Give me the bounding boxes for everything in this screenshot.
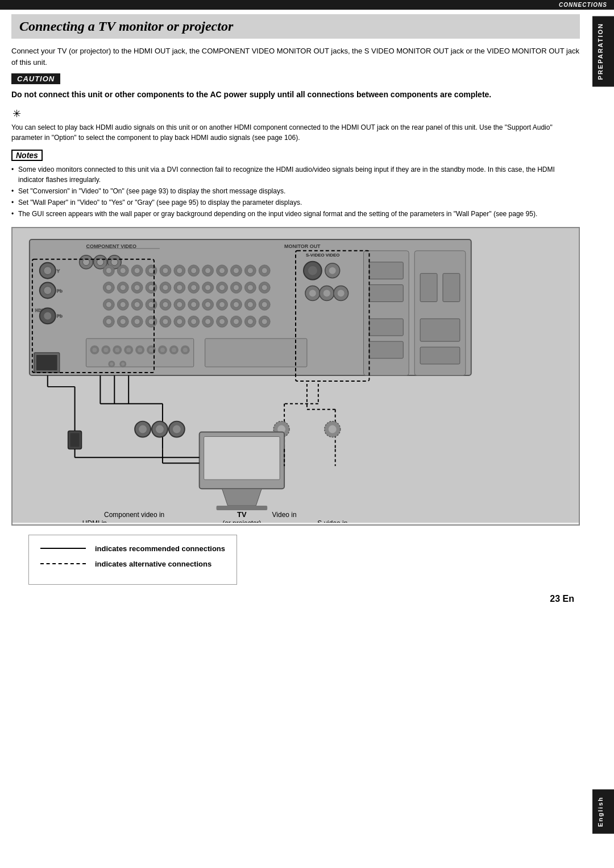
intro-paragraph: Connect your TV (or projector) to the HD… <box>11 46 580 68</box>
svg-marker-195 <box>222 489 262 506</box>
svg-point-110 <box>219 319 225 324</box>
svg-point-112 <box>233 319 239 324</box>
svg-point-88 <box>233 301 239 307</box>
svg-point-15 <box>44 287 52 295</box>
svg-point-148 <box>126 348 131 352</box>
svg-point-40 <box>233 268 239 274</box>
svg-point-80 <box>177 301 182 307</box>
diagram-container: COMPONENT VIDEO MONITOR OUT Y <box>11 227 580 526</box>
svg-point-86 <box>219 301 225 307</box>
svg-point-52 <box>148 285 154 291</box>
svg-point-146 <box>115 348 119 352</box>
connection-diagram: COMPONENT VIDEO MONITOR OUT Y <box>13 228 579 523</box>
svg-point-92 <box>262 301 267 307</box>
svg-rect-133 <box>369 319 403 336</box>
tip-paragraph: You can select to play back HDMI audio s… <box>11 122 580 143</box>
svg-rect-138 <box>420 347 460 364</box>
svg-point-162 <box>121 362 125 366</box>
svg-point-30 <box>163 268 168 274</box>
solid-legend-label: indicates recommended connections <box>95 544 225 553</box>
svg-point-50 <box>134 285 140 291</box>
svg-text:TV: TV <box>237 510 247 519</box>
svg-point-74 <box>134 301 140 307</box>
svg-text:HDMI in: HDMI in <box>82 519 107 523</box>
svg-point-96 <box>120 319 126 324</box>
dashed-legend-label: indicates alternative connections <box>95 560 211 568</box>
caution-text: Do not connect this unit or other compon… <box>11 89 580 101</box>
svg-point-58 <box>191 285 197 291</box>
svg-rect-140 <box>205 338 307 367</box>
svg-point-126 <box>323 290 330 297</box>
notes-title: Notes <box>11 150 43 161</box>
svg-point-64 <box>233 285 239 291</box>
svg-point-44 <box>262 268 267 274</box>
svg-point-108 <box>205 319 211 324</box>
svg-point-54 <box>163 285 168 291</box>
svg-point-100 <box>148 319 154 324</box>
svg-point-12 <box>44 267 52 275</box>
svg-point-56 <box>177 285 182 291</box>
list-item: Set "Conversion" in "Video" to "On" (see… <box>11 186 580 196</box>
svg-point-66 <box>247 285 253 291</box>
solid-line-icon <box>40 548 86 549</box>
svg-point-144 <box>103 348 108 352</box>
svg-text:VIDEO: VIDEO <box>326 253 340 258</box>
svg-point-46 <box>106 285 111 291</box>
svg-text:(or projector): (or projector) <box>222 519 261 523</box>
svg-point-158 <box>183 348 188 352</box>
top-bar-label: CONNECTIONS <box>559 2 607 8</box>
svg-point-42 <box>247 268 253 274</box>
main-content: Connecting a TV monitor or projector Con… <box>0 10 591 615</box>
svg-point-104 <box>177 319 182 324</box>
svg-point-121 <box>329 267 336 274</box>
svg-point-150 <box>138 348 142 352</box>
svg-point-152 <box>149 348 154 352</box>
svg-point-60 <box>205 285 211 291</box>
svg-point-76 <box>148 301 154 307</box>
page-title-box: Connecting a TV monitor or projector <box>11 14 580 39</box>
svg-point-22 <box>106 268 111 274</box>
page-number: 23 En <box>11 594 580 604</box>
svg-point-106 <box>191 319 197 324</box>
svg-rect-164 <box>36 355 57 370</box>
svg-point-118 <box>308 266 317 275</box>
list-item: The GUI screen appears with the wall pap… <box>11 209 580 219</box>
svg-text:COMPONENT VIDEO: COMPONENT VIDEO <box>86 243 136 249</box>
svg-point-32 <box>177 268 182 274</box>
svg-text:S-VIDEO: S-VIDEO <box>306 253 325 258</box>
svg-text:S-video in: S-video in <box>317 519 347 523</box>
svg-point-48 <box>120 285 126 291</box>
svg-text:Video in: Video in <box>272 511 297 519</box>
svg-point-186 <box>156 425 164 433</box>
svg-rect-131 <box>369 262 403 279</box>
svg-rect-134 <box>369 341 403 358</box>
svg-point-28 <box>148 268 154 274</box>
svg-point-24 <box>120 268 126 274</box>
caution-label: CAUTION <box>17 75 55 83</box>
svg-text:Component video in: Component video in <box>104 511 164 519</box>
top-bar: CONNECTIONS <box>0 0 614 10</box>
sidebar-english: English <box>592 790 614 834</box>
list-item: Set "Wall Paper" in "Video" to "Yes" or … <box>11 197 580 208</box>
list-item: Some video monitors connected to this un… <box>11 164 580 185</box>
svg-point-184 <box>139 425 147 433</box>
svg-point-72 <box>120 301 126 307</box>
svg-point-90 <box>247 301 253 307</box>
svg-point-36 <box>205 268 211 274</box>
caution-box: CAUTION <box>11 73 60 84</box>
tip-icon: ✳ <box>13 108 580 120</box>
notes-section: Notes Some video monitors connected to t… <box>11 150 580 219</box>
svg-point-98 <box>134 319 140 324</box>
svg-point-124 <box>309 290 316 297</box>
svg-point-160 <box>110 362 113 366</box>
legend-box: indicates recommended connections indica… <box>28 535 237 585</box>
notes-list: Some video monitors connected to this un… <box>11 164 580 219</box>
svg-point-154 <box>160 348 165 352</box>
svg-text:Y: Y <box>57 268 60 274</box>
svg-point-62 <box>219 285 225 291</box>
svg-rect-136 <box>443 274 460 302</box>
svg-point-34 <box>191 268 197 274</box>
svg-point-102 <box>163 319 168 324</box>
svg-point-188 <box>173 425 181 433</box>
legend-section: indicates recommended connections indica… <box>11 535 580 585</box>
